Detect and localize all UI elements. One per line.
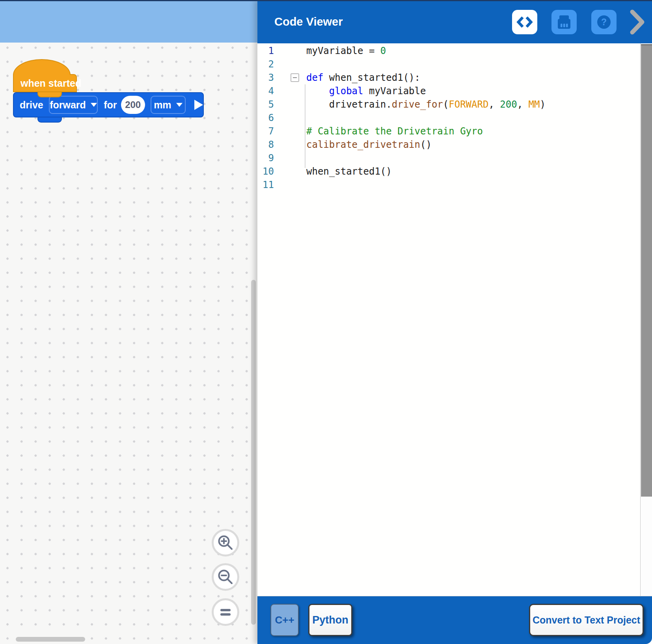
python-language-button[interactable]: Python [308,604,352,636]
code-token: myVariable [363,86,426,97]
code-text [306,178,636,192]
editor-scrollbar-track[interactable] [640,43,652,596]
code-editor: 1myVariable = 023def when_started1():4 g… [257,43,652,596]
code-token: drive_for [392,99,443,110]
magnifier-minus-icon [217,569,234,585]
unit-dropdown[interactable]: mm [151,96,186,114]
drive-label: drive [20,99,43,111]
convert-to-text-project-button[interactable]: Convert to Text Project [529,604,644,636]
code-token: def [306,72,323,83]
code-view-button[interactable] [512,10,537,34]
zoom-in-button[interactable] [212,529,239,557]
code-text [306,58,636,71]
fold-column [276,98,306,111]
code-line: 5 drivetrain.drive_for(FORWARD, 200, MM) [257,98,636,111]
code-viewer-header: Code Viewer ? [257,0,652,43]
fold-column [276,178,306,192]
code-line: 2 [257,58,636,71]
vex-brain-icon [555,13,573,31]
when-started-label: when started [20,78,81,89]
workspace-vertical-scrollbar[interactable] [251,280,256,625]
workspace-horizontal-scrollbar[interactable] [16,637,85,642]
line-number: 8 [257,138,276,151]
fold-column [276,44,306,58]
brain-view-button[interactable] [551,10,577,34]
code-token: ( [443,99,449,110]
toolbox-header-bar [0,1,257,43]
code-token: 0 [380,45,386,56]
code-line: 1myVariable = 0 [257,44,636,58]
code-line: 7# Calibrate the Drivetrain Gyro [257,125,636,138]
code-token: calibrate_drivetrain [306,139,420,150]
fold-column [276,151,306,165]
code-line: 4 global myVariable [257,84,636,98]
line-number: 6 [257,111,276,125]
code-text: myVariable = 0 [306,44,636,58]
code-text: # Calibrate the Drivetrain Gyro [306,125,636,138]
unit-value: mm [154,99,171,111]
fold-column [276,125,306,138]
code-brackets-icon [516,14,533,30]
line-number: 7 [257,125,276,138]
magnifier-plus-icon [217,534,234,551]
line-number: 11 [257,178,276,192]
vexcode-app: when started drive forward for 200 mm [0,0,652,644]
code-line: 3def when_started1(): [257,71,636,84]
direction-dropdown[interactable]: forward [49,96,98,114]
when-started-block[interactable]: when started [13,74,77,92]
when-started-block-tab [37,92,62,97]
code-line: 11 [257,178,636,192]
code-viewer-panel: Code Viewer ? [257,0,652,644]
direction-value: forward [50,99,86,111]
line-number: 1 [257,44,276,58]
code-line: 8calibrate_drivetrain() [257,138,636,151]
distance-input[interactable]: 200 [121,96,145,114]
code-token: drivetrain. [306,99,392,110]
play-icon[interactable] [194,100,203,110]
code-line: 9 [257,151,636,165]
code-line: 10when_started1() [257,165,636,178]
code-text [306,111,636,125]
code-text: when_started1() [306,165,636,178]
code-token: when_started1(): [323,72,420,83]
fold-toggle-icon[interactable] [291,73,299,82]
line-number: 4 [257,84,276,98]
fold-column [276,165,306,178]
editor-scrollbar-thumb[interactable] [641,44,652,497]
for-label: for [104,99,117,111]
fold-column [276,58,306,71]
line-number: 3 [257,71,276,84]
code-viewer-title: Code Viewer [274,0,343,43]
code-token: , [517,99,529,110]
line-number: 2 [257,58,276,71]
help-button[interactable]: ? [591,10,617,34]
cpp-language-button[interactable]: C++ [270,604,299,636]
window-top-edge [0,0,652,1]
svg-text:?: ? [601,17,607,27]
question-mark-icon: ? [595,13,613,31]
code-token: , [488,99,500,110]
code-token: myVariable = [306,45,380,56]
code-token [306,86,329,97]
code-token: MM [529,99,540,110]
line-number: 10 [257,165,276,178]
code-token: FORWARD [449,99,488,110]
code-token: () [420,139,432,150]
zoom-out-button[interactable] [212,563,239,591]
chevron-right-icon [630,9,645,35]
chevron-down-icon [176,103,183,107]
code-token: ) [540,99,545,110]
fold-column [276,71,306,84]
code-token: # Calibrate the Drivetrain Gyro [306,126,483,137]
fold-column [276,84,306,98]
reset-zoom-button[interactable] [212,598,239,626]
code-text [306,151,636,165]
collapse-panel-button[interactable] [628,9,647,35]
code-token: when_started1() [306,166,392,177]
drive-block-tab [37,117,62,123]
code-text: drivetrain.drive_for(FORWARD, 200, MM) [306,98,636,111]
fold-column [276,111,306,125]
code-token: global [329,86,363,97]
line-number: 9 [257,151,276,165]
fold-column [276,138,306,151]
